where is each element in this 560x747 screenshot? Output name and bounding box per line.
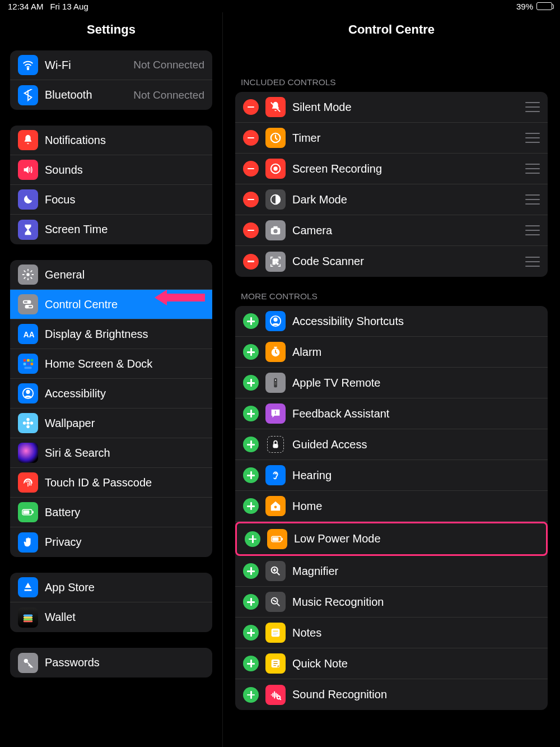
sidebar-item-app-store[interactable]: App Store — [10, 573, 212, 602]
add-button[interactable] — [245, 531, 260, 547]
control-label: Camera — [292, 224, 332, 237]
control-row-screen-recording[interactable]: Screen Recording — [235, 154, 548, 184]
remove-button[interactable] — [243, 192, 259, 207]
sidebar-item-focus[interactable]: Focus — [10, 185, 212, 215]
control-row-quick-note[interactable]: Quick Note — [235, 648, 548, 679]
halfcircle-icon — [265, 189, 286, 210]
add-button[interactable] — [243, 625, 259, 641]
add-button[interactable] — [243, 437, 259, 452]
status-time: 12:34 AM — [8, 2, 43, 11]
control-label: Feedback Assistant — [292, 407, 389, 420]
sidebar-item-value: Not Connected — [133, 59, 204, 71]
control-row-alarm[interactable]: Alarm — [235, 337, 548, 368]
control-row-home[interactable]: Home — [235, 491, 548, 522]
remove-button[interactable] — [243, 254, 259, 270]
sidebar-item-privacy[interactable]: Privacy — [10, 527, 212, 557]
ear-icon — [265, 465, 286, 485]
sidebar-item-home-screen-dock[interactable]: Home Screen & Dock — [10, 349, 212, 379]
add-button[interactable] — [243, 375, 259, 391]
sidebar-item-siri-search[interactable]: Siri & Search — [10, 438, 212, 468]
svg-point-1 — [26, 273, 30, 276]
sidebar-item-sounds[interactable]: Sounds — [10, 155, 212, 185]
add-button[interactable] — [243, 656, 259, 671]
control-row-guided-access[interactable]: Guided Access — [235, 429, 548, 460]
bell_slash-icon — [265, 97, 286, 117]
add-button[interactable] — [243, 467, 259, 483]
add-button[interactable] — [243, 594, 259, 610]
drag-handle-icon[interactable] — [525, 194, 540, 205]
control-row-low-power-mode[interactable]: Low Power Mode — [237, 523, 546, 554]
drag-handle-icon[interactable] — [525, 102, 540, 112]
notes-icon — [265, 623, 286, 643]
sidebar-item-wallpaper[interactable]: Wallpaper — [10, 409, 212, 438]
sidebar-item-label: Notifications — [45, 134, 106, 147]
remove-button[interactable] — [243, 99, 259, 115]
control-row-timer[interactable]: Timer — [235, 123, 548, 154]
drag-handle-icon[interactable] — [525, 225, 540, 235]
drag-handle-icon[interactable] — [525, 164, 540, 174]
control-label: Dark Mode — [292, 193, 347, 206]
control-row-music-recognition[interactable]: Music Recognition — [235, 587, 548, 618]
svg-point-30 — [24, 658, 28, 662]
svg-point-37 — [273, 229, 277, 233]
control-row-dark-mode[interactable]: Dark Mode — [235, 184, 548, 215]
sidebar-item-bluetooth[interactable]: BluetoothNot Connected — [10, 80, 212, 110]
control-label: Music Recognition — [292, 596, 384, 609]
sidebar-item-notifications[interactable]: Notifications — [10, 126, 212, 155]
search_plus-icon — [265, 561, 286, 581]
control-label: Timer — [292, 132, 320, 145]
control-row-magnifier[interactable]: Magnifier — [235, 556, 548, 587]
section-header: MORE CONTROLS — [223, 291, 560, 306]
sidebar-item-general[interactable]: General — [10, 260, 212, 290]
control-label: Hearing — [292, 469, 332, 482]
add-button[interactable] — [243, 498, 259, 514]
hand-icon — [18, 532, 38, 553]
drag-handle-icon[interactable] — [525, 257, 540, 267]
sidebar-item-passwords[interactable]: Passwords — [10, 648, 212, 678]
remove-button[interactable] — [243, 161, 259, 177]
switches-icon — [18, 294, 38, 314]
remove-button[interactable] — [243, 222, 259, 238]
sidebar-item-accessibility[interactable]: Accessibility — [10, 379, 212, 409]
battery-percent: 39% — [516, 2, 533, 11]
add-button[interactable] — [243, 406, 259, 421]
control-row-sound-recognition[interactable]: Sound Recognition — [235, 679, 548, 710]
add-button[interactable] — [243, 687, 259, 703]
siri-icon — [18, 443, 38, 463]
add-button[interactable] — [243, 563, 259, 579]
svg-point-45 — [274, 318, 277, 322]
svg-rect-40 — [276, 259, 278, 261]
sidebar-item-battery[interactable]: Battery — [10, 498, 212, 527]
sidebar-item-touch-id-passcode[interactable]: Touch ID & Passcode — [10, 468, 212, 498]
control-row-silent-mode[interactable]: Silent Mode — [235, 92, 548, 123]
svg-rect-38 — [273, 226, 277, 229]
control-row-notes[interactable]: Notes — [235, 618, 548, 648]
svg-rect-26 — [24, 614, 33, 616]
sidebar-item-screen-time[interactable]: Screen Time — [10, 215, 212, 244]
svg-rect-55 — [282, 537, 283, 540]
control-row-code-scanner[interactable]: Code Scanner — [235, 246, 548, 277]
svg-rect-13 — [31, 363, 34, 365]
sidebar-item-wallet[interactable]: Wallet — [10, 602, 212, 632]
sidebar-item-display-brightness[interactable]: AADisplay & Brightness — [10, 319, 212, 349]
section-header: INCLUDED CONTROLS — [223, 77, 560, 92]
control-row-feedback-assistant[interactable]: !Feedback Assistant — [235, 398, 548, 429]
control-row-camera[interactable]: Camera — [235, 215, 548, 246]
annotation-arrow — [155, 289, 205, 307]
control-row-hearing[interactable]: Hearing — [235, 460, 548, 491]
remove-button[interactable] — [243, 130, 259, 146]
bluetooth-icon — [18, 85, 38, 105]
svg-point-5 — [26, 305, 29, 308]
svg-rect-58 — [272, 629, 280, 637]
svg-text:!: ! — [274, 410, 276, 415]
control-row-accessibility-shortcuts[interactable]: Accessibility Shortcuts — [235, 306, 548, 337]
sidebar-item-wi-fi[interactable]: Wi-FiNot Connected — [10, 50, 212, 80]
control-row-apple-tv-remote[interactable]: Apple TV Remote — [235, 368, 548, 398]
drag-handle-icon[interactable] — [525, 133, 540, 143]
svg-point-16 — [26, 391, 30, 394]
sidebar-item-value: Not Connected — [133, 89, 204, 101]
add-button[interactable] — [243, 344, 259, 360]
key-icon — [18, 653, 38, 673]
add-button[interactable] — [243, 313, 259, 329]
sidebar-item-control-centre[interactable]: Control Centre — [10, 290, 212, 319]
